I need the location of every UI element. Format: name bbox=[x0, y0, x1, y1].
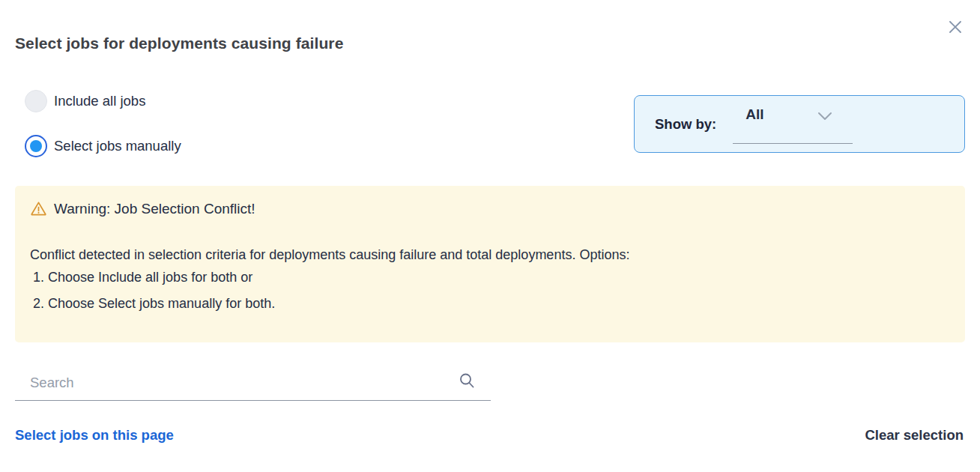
warning-option-1: 1. Choose Include all jobs for both or bbox=[33, 270, 932, 285]
close-button[interactable] bbox=[946, 18, 965, 37]
radio-checked-icon[interactable] bbox=[25, 135, 47, 157]
warning-banner: Warning: Job Selection Conflict! Conflic… bbox=[15, 186, 965, 342]
show-by-panel: Show by: All bbox=[634, 95, 965, 153]
show-by-value: All bbox=[745, 106, 763, 123]
clear-selection-button[interactable]: Clear selection bbox=[865, 427, 964, 444]
radio-include-all-jobs[interactable]: Include all jobs bbox=[25, 90, 145, 112]
close-icon bbox=[947, 19, 964, 37]
warning-option-2: 2. Choose Select jobs manually for both. bbox=[33, 296, 932, 312]
show-by-dropdown[interactable]: All bbox=[733, 105, 853, 144]
dialog-title: Select jobs for deployments causing fail… bbox=[15, 34, 343, 52]
warning-body-text: Conflict detected in selection criteria … bbox=[30, 242, 929, 268]
search-input[interactable] bbox=[30, 370, 450, 396]
select-jobs-dialog: Select jobs for deployments causing fail… bbox=[0, 0, 980, 472]
warning-triangle-icon bbox=[30, 200, 47, 217]
warning-header: Warning: Job Selection Conflict! bbox=[30, 200, 255, 217]
chevron-down-icon bbox=[817, 111, 833, 124]
radio-unchecked-icon[interactable] bbox=[25, 90, 47, 112]
search-field bbox=[15, 366, 491, 401]
radio-select-manually-label: Select jobs manually bbox=[54, 138, 181, 154]
radio-include-all-label: Include all jobs bbox=[54, 93, 145, 109]
show-by-label: Show by: bbox=[655, 116, 716, 133]
warning-title: Warning: Job Selection Conflict! bbox=[54, 201, 255, 217]
search-icon[interactable] bbox=[458, 372, 476, 390]
radio-select-jobs-manually[interactable]: Select jobs manually bbox=[25, 135, 181, 157]
select-jobs-on-page-link[interactable]: Select jobs on this page bbox=[15, 427, 174, 444]
